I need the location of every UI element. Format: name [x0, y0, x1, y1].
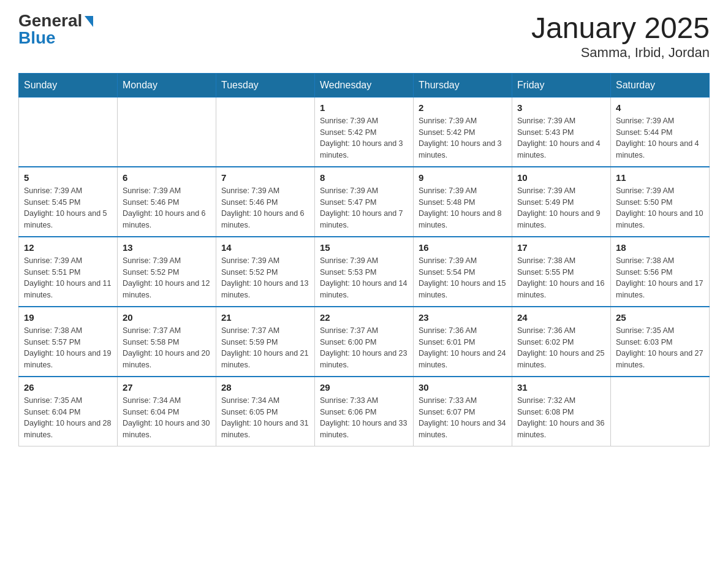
- calendar-week-2: 5Sunrise: 7:39 AM Sunset: 5:45 PM Daylig…: [19, 167, 710, 237]
- day-info: Sunrise: 7:39 AM Sunset: 5:50 PM Dayligh…: [616, 185, 704, 231]
- calendar-cell: 3Sunrise: 7:39 AM Sunset: 5:43 PM Daylig…: [512, 97, 611, 167]
- calendar-title: January 2025: [531, 12, 710, 45]
- calendar-header: SundayMondayTuesdayWednesdayThursdayFrid…: [19, 73, 710, 97]
- day-number: 9: [419, 172, 507, 183]
- day-info: Sunrise: 7:39 AM Sunset: 5:47 PM Dayligh…: [320, 185, 408, 231]
- day-info: Sunrise: 7:39 AM Sunset: 5:51 PM Dayligh…: [24, 255, 112, 301]
- day-number: 20: [123, 312, 211, 323]
- calendar-cell: 12Sunrise: 7:39 AM Sunset: 5:51 PM Dayli…: [19, 237, 118, 307]
- day-of-week-monday: Monday: [118, 73, 216, 97]
- calendar-cell: 10Sunrise: 7:39 AM Sunset: 5:49 PM Dayli…: [512, 167, 611, 237]
- calendar-cell: 25Sunrise: 7:35 AM Sunset: 6:03 PM Dayli…: [611, 307, 710, 377]
- day-info: Sunrise: 7:36 AM Sunset: 6:01 PM Dayligh…: [419, 325, 507, 371]
- calendar-cell: 8Sunrise: 7:39 AM Sunset: 5:47 PM Daylig…: [315, 167, 414, 237]
- calendar-week-4: 19Sunrise: 7:38 AM Sunset: 5:57 PM Dayli…: [19, 307, 710, 377]
- day-info: Sunrise: 7:39 AM Sunset: 5:45 PM Dayligh…: [24, 185, 112, 231]
- day-of-week-friday: Friday: [512, 73, 611, 97]
- calendar-cell: 14Sunrise: 7:39 AM Sunset: 5:52 PM Dayli…: [216, 237, 315, 307]
- logo-general: General: [18, 12, 82, 29]
- day-info: Sunrise: 7:37 AM Sunset: 5:58 PM Dayligh…: [123, 325, 211, 371]
- calendar-cell: [216, 97, 315, 167]
- calendar-cell: 29Sunrise: 7:33 AM Sunset: 6:06 PM Dayli…: [315, 377, 414, 446]
- day-number: 19: [24, 312, 112, 323]
- day-info: Sunrise: 7:39 AM Sunset: 5:48 PM Dayligh…: [419, 185, 507, 231]
- day-number: 16: [419, 242, 507, 253]
- day-number: 13: [123, 242, 211, 253]
- calendar-cell: 26Sunrise: 7:35 AM Sunset: 6:04 PM Dayli…: [19, 377, 118, 446]
- day-of-week-sunday: Sunday: [19, 73, 118, 97]
- logo-blue: Blue: [18, 29, 56, 47]
- calendar-cell: 17Sunrise: 7:38 AM Sunset: 5:55 PM Dayli…: [512, 237, 611, 307]
- day-info: Sunrise: 7:36 AM Sunset: 6:02 PM Dayligh…: [517, 325, 605, 371]
- day-number: 10: [517, 172, 605, 183]
- day-info: Sunrise: 7:39 AM Sunset: 5:43 PM Dayligh…: [517, 115, 605, 161]
- calendar-cell: 23Sunrise: 7:36 AM Sunset: 6:01 PM Dayli…: [414, 307, 512, 377]
- day-number: 12: [24, 242, 112, 253]
- day-info: Sunrise: 7:39 AM Sunset: 5:52 PM Dayligh…: [221, 255, 309, 301]
- calendar-cell: 7Sunrise: 7:39 AM Sunset: 5:46 PM Daylig…: [216, 167, 315, 237]
- calendar-cell: 30Sunrise: 7:33 AM Sunset: 6:07 PM Dayli…: [414, 377, 512, 446]
- day-info: Sunrise: 7:39 AM Sunset: 5:52 PM Dayligh…: [123, 255, 211, 301]
- calendar-cell: 28Sunrise: 7:34 AM Sunset: 6:05 PM Dayli…: [216, 377, 315, 446]
- calendar-cell: 22Sunrise: 7:37 AM Sunset: 6:00 PM Dayli…: [315, 307, 414, 377]
- calendar-table: SundayMondayTuesdayWednesdayThursdayFrid…: [18, 73, 710, 446]
- calendar-cell: 5Sunrise: 7:39 AM Sunset: 5:45 PM Daylig…: [19, 167, 118, 237]
- calendar-cell: 21Sunrise: 7:37 AM Sunset: 5:59 PM Dayli…: [216, 307, 315, 377]
- day-info: Sunrise: 7:38 AM Sunset: 5:55 PM Dayligh…: [517, 255, 605, 301]
- day-info: Sunrise: 7:39 AM Sunset: 5:46 PM Dayligh…: [221, 185, 309, 231]
- day-number: 5: [24, 172, 112, 183]
- day-number: 22: [320, 312, 408, 323]
- day-number: 29: [320, 382, 408, 393]
- day-info: Sunrise: 7:39 AM Sunset: 5:42 PM Dayligh…: [419, 115, 507, 161]
- day-info: Sunrise: 7:35 AM Sunset: 6:04 PM Dayligh…: [24, 395, 112, 441]
- days-of-week-row: SundayMondayTuesdayWednesdayThursdayFrid…: [19, 73, 710, 97]
- calendar-cell: 4Sunrise: 7:39 AM Sunset: 5:44 PM Daylig…: [611, 97, 710, 167]
- day-number: 21: [221, 312, 309, 323]
- day-number: 27: [123, 382, 211, 393]
- day-number: 1: [320, 102, 408, 113]
- calendar-cell: [611, 377, 710, 446]
- calendar-cell: 9Sunrise: 7:39 AM Sunset: 5:48 PM Daylig…: [414, 167, 512, 237]
- day-of-week-saturday: Saturday: [611, 73, 710, 97]
- day-number: 6: [123, 172, 211, 183]
- day-number: 31: [517, 382, 605, 393]
- calendar-cell: 1Sunrise: 7:39 AM Sunset: 5:42 PM Daylig…: [315, 97, 414, 167]
- day-of-week-thursday: Thursday: [414, 73, 512, 97]
- calendar-cell: 18Sunrise: 7:38 AM Sunset: 5:56 PM Dayli…: [611, 237, 710, 307]
- day-of-week-tuesday: Tuesday: [216, 73, 315, 97]
- day-info: Sunrise: 7:37 AM Sunset: 5:59 PM Dayligh…: [221, 325, 309, 371]
- day-info: Sunrise: 7:39 AM Sunset: 5:53 PM Dayligh…: [320, 255, 408, 301]
- day-number: 8: [320, 172, 408, 183]
- page-header: General Blue January 2025 Samma, Irbid, …: [18, 12, 710, 61]
- calendar-cell: 27Sunrise: 7:34 AM Sunset: 6:04 PM Dayli…: [118, 377, 216, 446]
- day-info: Sunrise: 7:32 AM Sunset: 6:08 PM Dayligh…: [517, 395, 605, 441]
- calendar-cell: 16Sunrise: 7:39 AM Sunset: 5:54 PM Dayli…: [414, 237, 512, 307]
- day-info: Sunrise: 7:34 AM Sunset: 6:04 PM Dayligh…: [123, 395, 211, 441]
- calendar-cell: 24Sunrise: 7:36 AM Sunset: 6:02 PM Dayli…: [512, 307, 611, 377]
- day-info: Sunrise: 7:39 AM Sunset: 5:46 PM Dayligh…: [123, 185, 211, 231]
- day-number: 28: [221, 382, 309, 393]
- day-number: 3: [517, 102, 605, 113]
- day-number: 15: [320, 242, 408, 253]
- calendar-cell: 2Sunrise: 7:39 AM Sunset: 5:42 PM Daylig…: [414, 97, 512, 167]
- calendar-subtitle: Samma, Irbid, Jordan: [531, 45, 710, 61]
- day-number: 11: [616, 172, 704, 183]
- day-of-week-wednesday: Wednesday: [315, 73, 414, 97]
- calendar-cell: 19Sunrise: 7:38 AM Sunset: 5:57 PM Dayli…: [19, 307, 118, 377]
- calendar-week-5: 26Sunrise: 7:35 AM Sunset: 6:04 PM Dayli…: [19, 377, 710, 446]
- day-number: 17: [517, 242, 605, 253]
- day-number: 18: [616, 242, 704, 253]
- day-number: 14: [221, 242, 309, 253]
- calendar-body: 1Sunrise: 7:39 AM Sunset: 5:42 PM Daylig…: [19, 97, 710, 446]
- logo-arrow-icon: [85, 16, 93, 27]
- logo: General Blue: [18, 12, 93, 47]
- day-number: 2: [419, 102, 507, 113]
- calendar-cell: 11Sunrise: 7:39 AM Sunset: 5:50 PM Dayli…: [611, 167, 710, 237]
- day-info: Sunrise: 7:39 AM Sunset: 5:42 PM Dayligh…: [320, 115, 408, 161]
- day-number: 23: [419, 312, 507, 323]
- day-info: Sunrise: 7:39 AM Sunset: 5:44 PM Dayligh…: [616, 115, 704, 161]
- calendar-week-1: 1Sunrise: 7:39 AM Sunset: 5:42 PM Daylig…: [19, 97, 710, 167]
- day-number: 25: [616, 312, 704, 323]
- calendar-cell: 13Sunrise: 7:39 AM Sunset: 5:52 PM Dayli…: [118, 237, 216, 307]
- day-info: Sunrise: 7:33 AM Sunset: 6:06 PM Dayligh…: [320, 395, 408, 441]
